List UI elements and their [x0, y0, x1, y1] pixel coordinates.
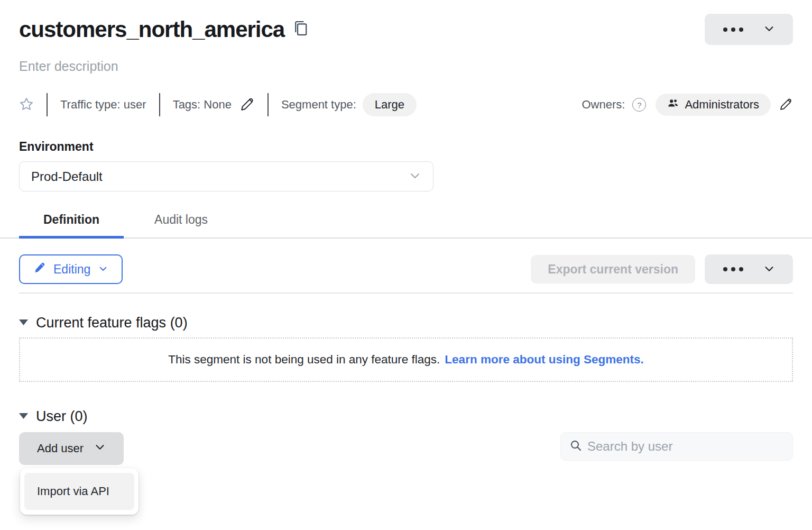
people-icon	[667, 98, 679, 112]
copy-icon	[294, 21, 308, 38]
edit-owners-button[interactable]	[779, 97, 793, 113]
section-divider	[19, 293, 793, 294]
favorite-star-button[interactable]	[19, 97, 34, 113]
user-search	[560, 432, 793, 461]
feature-flags-empty-state: This segment is not being used in any fe…	[19, 337, 793, 382]
editing-status-button[interactable]: Editing	[19, 254, 123, 284]
search-icon	[569, 439, 582, 454]
segment-type-label: Segment type:	[281, 98, 356, 112]
add-user-menu: Import via API	[20, 468, 139, 515]
segment-type-badge: Large	[363, 93, 417, 116]
user-heading[interactable]: User (0)	[19, 408, 793, 425]
help-circle-icon[interactable]: ?	[632, 98, 646, 112]
divider	[159, 93, 160, 116]
pencil-icon	[779, 97, 793, 113]
feature-flags-heading[interactable]: Current feature flags (0)	[19, 315, 793, 331]
traffic-type-label: Traffic type: user	[60, 98, 146, 112]
export-current-version-button[interactable]: Export current version	[531, 255, 695, 284]
user-controls-row: Add user Import via API	[19, 432, 793, 465]
tab-audit-logs[interactable]: Audit logs	[130, 213, 232, 237]
tags-label: Tags: None	[173, 98, 232, 112]
owners-value: Administrators	[685, 98, 759, 112]
learn-more-link[interactable]: Learn more about using Segments.	[445, 353, 643, 367]
environment-select[interactable]: Prod-Default	[19, 161, 433, 191]
triangle-down-icon	[19, 412, 28, 422]
tab-definition[interactable]: Definition	[19, 213, 124, 237]
edit-tags-button[interactable]	[240, 97, 255, 113]
feature-flags-heading-label: Current feature flags (0)	[36, 315, 188, 331]
page-title: customers_north_america	[19, 17, 284, 42]
environment-selected-value: Prod-Default	[31, 169, 103, 184]
add-user-label: Add user	[37, 442, 84, 455]
meta-row: Traffic type: user Tags: None Segment ty…	[0, 93, 812, 116]
menu-item-import-via-api[interactable]: Import via API	[24, 473, 134, 510]
chevron-down-icon	[409, 169, 421, 184]
header: customers_north_america	[0, 14, 812, 45]
triangle-down-icon	[19, 318, 28, 328]
ellipsis-icon	[723, 28, 743, 32]
copy-name-button[interactable]	[294, 21, 308, 38]
header-more-button[interactable]	[705, 14, 793, 45]
divider	[267, 93, 269, 116]
pencil-icon	[34, 262, 45, 277]
chevron-down-icon	[98, 262, 108, 277]
pencil-icon	[240, 97, 255, 113]
environment-label: Environment	[19, 140, 793, 154]
feature-flags-section: Current feature flags (0) This segment i…	[0, 315, 812, 382]
definition-toolbar: Editing Export current version	[0, 254, 812, 284]
divider	[47, 93, 48, 116]
chevron-down-icon	[94, 441, 106, 456]
star-icon	[19, 97, 34, 113]
add-user-button[interactable]: Add user	[19, 432, 124, 465]
user-heading-label: User (0)	[36, 408, 88, 425]
description-field[interactable]: Enter description	[0, 59, 812, 74]
editing-label: Editing	[53, 262, 90, 277]
toolbar-more-button[interactable]	[705, 254, 793, 284]
owners-group: Owners: ? Administrators	[582, 94, 793, 116]
tab-bar: Definition Audit logs	[0, 213, 812, 239]
environment-section: Environment Prod-Default	[0, 140, 812, 191]
chevron-down-icon	[763, 23, 775, 36]
chevron-down-icon	[763, 263, 775, 276]
empty-message: This segment is not being used in any fe…	[168, 353, 440, 367]
owners-pill[interactable]: Administrators	[656, 94, 771, 116]
ellipsis-icon	[723, 267, 743, 271]
user-section: User (0) Add user Import via API	[0, 408, 812, 465]
owners-label: Owners:	[582, 98, 625, 112]
search-by-user-input[interactable]	[587, 439, 784, 454]
